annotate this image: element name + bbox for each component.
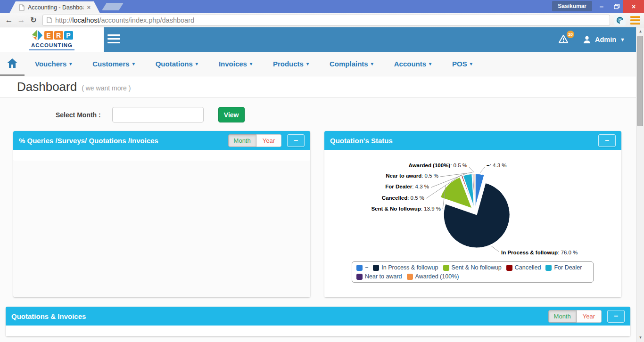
- browser-menu-icon[interactable]: [630, 16, 640, 24]
- nav-item-products[interactable]: Products▾: [266, 52, 316, 76]
- queries-panel-header: % Queries /Surveys/ Quotations /Invoices…: [13, 131, 310, 150]
- chrome-user-badge[interactable]: Sasikumar: [552, 1, 592, 11]
- legend-item-5[interactable]: For Dealer: [545, 264, 582, 271]
- swirl-icon: [616, 16, 624, 24]
- url-host: localhost: [72, 16, 99, 24]
- page-icon: [19, 4, 25, 11]
- page-icon: [47, 17, 52, 23]
- browser-titlebar: Accounting - Dashboard × Sasikumar – ×: [0, 0, 644, 13]
- scroll-up-icon[interactable]: ▲: [636, 28, 644, 35]
- chevron-down-icon: ▾: [196, 61, 198, 66]
- logo-letter-r: R: [54, 31, 63, 40]
- month-button[interactable]: Month: [228, 134, 256, 147]
- reload-icon[interactable]: ↻: [27, 16, 40, 24]
- logo-letter-e: E: [44, 31, 53, 40]
- erp-logo[interactable]: E R P ACCOUNTING: [0, 27, 104, 52]
- pie-data-label: −: 4.3 %: [487, 163, 507, 168]
- legend-label: In Process & followup: [381, 264, 438, 271]
- restore-icon: [614, 4, 620, 9]
- notifications-button[interactable]: 10: [558, 34, 569, 45]
- select-month-input[interactable]: [112, 107, 204, 122]
- url-text: http://localhost/accounts/index.php/dash…: [55, 16, 194, 24]
- pie-data-label: Sent & No followup: 13.9 %: [371, 206, 441, 212]
- view-button[interactable]: View: [218, 107, 245, 122]
- quotation-status-title: Quotation's Status: [330, 137, 598, 145]
- nav-item-label: Customers: [92, 60, 129, 68]
- nav-item-invoices[interactable]: Invoices▾: [212, 52, 259, 76]
- home-icon: [7, 58, 18, 68]
- legend-item-6[interactable]: Near to award: [356, 273, 402, 280]
- chevron-down-icon: ▾: [470, 61, 472, 66]
- nav-item-label: Complaints: [330, 60, 368, 68]
- admin-menu[interactable]: Admin: [595, 36, 616, 43]
- legend-swatch: [407, 274, 413, 280]
- legend-item-7[interactable]: Awarded (100%): [407, 273, 459, 280]
- scroll-down-icon[interactable]: ▼: [636, 334, 644, 341]
- nav-item-complaints[interactable]: Complaints▾: [322, 52, 380, 76]
- address-bar[interactable]: http://localhost/accounts/index.php/dash…: [42, 15, 610, 26]
- window-restore-button[interactable]: [609, 0, 624, 13]
- quotation-status-chart: −In Process & followupSent & No followup…: [324, 150, 621, 297]
- collapse-button[interactable]: −: [607, 310, 625, 323]
- select-month-row: Select Month : View: [56, 107, 636, 122]
- legend-label: Sent & No followup: [452, 264, 502, 271]
- collapse-button[interactable]: −: [598, 134, 616, 147]
- sidebar-toggle-icon[interactable]: [107, 34, 120, 43]
- pie-label-connector: [480, 167, 485, 173]
- month-button[interactable]: Month: [548, 310, 577, 323]
- queries-panel-body: [13, 150, 310, 161]
- year-button[interactable]: Year: [256, 134, 281, 147]
- tab-close-icon[interactable]: ×: [87, 4, 91, 11]
- back-icon[interactable]: ←: [3, 16, 15, 25]
- page-title-strip: Dashboard ( we want more ): [0, 76, 636, 98]
- legend-swatch: [506, 265, 512, 271]
- nav-item-customers[interactable]: Customers▾: [85, 52, 141, 76]
- legend-item-2[interactable]: In Process & followup: [373, 264, 438, 271]
- nav-item-label: POS: [452, 60, 467, 68]
- legend-swatch: [356, 274, 363, 280]
- nav-item-quotations[interactable]: Quotations▾: [149, 52, 205, 76]
- pie-data-label: Cancelled: 0.5 %: [382, 195, 424, 201]
- page-content: Dashboard ( we want more ) Select Month …: [0, 76, 636, 342]
- nav-item-label: Vouchers: [35, 60, 66, 68]
- window-close-button[interactable]: ×: [623, 0, 644, 13]
- window-minimize-button[interactable]: –: [594, 0, 609, 13]
- chevron-down-icon: ▾: [371, 61, 373, 66]
- quotations-invoices-panel: Quotations & Invoices Month Year −: [6, 307, 630, 336]
- logo-subtitle: ACCOUNTING: [29, 42, 74, 50]
- scrollbar-thumb[interactable]: [637, 36, 643, 126]
- chevron-down-icon: ▾: [250, 61, 252, 66]
- new-tab-button[interactable]: [102, 3, 124, 10]
- nav-item-pos[interactable]: POS▾: [445, 52, 479, 76]
- user-icon: [583, 35, 591, 44]
- legend-item-1[interactable]: −: [356, 264, 368, 271]
- nav-item-accounts[interactable]: Accounts▾: [387, 52, 438, 76]
- legend-swatch: [373, 265, 379, 271]
- nav-item-home[interactable]: [0, 52, 25, 76]
- notification-count-badge: 10: [567, 31, 574, 38]
- chevron-down-icon: ▼: [620, 37, 625, 42]
- pie-data-label: Awarded (100%): 0.5 %: [409, 163, 467, 168]
- queries-period-toggle: Month Year: [228, 134, 281, 147]
- nav-item-vouchers[interactable]: Vouchers▾: [28, 52, 79, 76]
- browser-window: Accounting - Dashboard × Sasikumar – × ←…: [0, 0, 644, 342]
- legend-swatch: [545, 265, 552, 271]
- pie-data-label: For Dealer: 4.3 %: [385, 184, 429, 189]
- extension-icon[interactable]: [614, 15, 626, 25]
- chevron-down-icon: ▾: [429, 61, 431, 66]
- legend-item-3[interactable]: Sent & No followup: [443, 264, 502, 271]
- chevron-down-icon: ▾: [306, 61, 309, 66]
- qi-period-toggle: Month Year: [548, 310, 602, 323]
- pie-label-connector: [469, 167, 474, 172]
- legend-label: Cancelled: [515, 264, 541, 271]
- collapse-button[interactable]: −: [287, 134, 305, 147]
- legend-item-4[interactable]: Cancelled: [506, 264, 541, 271]
- queries-panel-title: % Queries /Surveys/ Quotations /Invoices: [19, 137, 228, 145]
- page-scrollbar[interactable]: ▲ ▼: [636, 27, 644, 342]
- legend-swatch: [356, 265, 363, 271]
- forward-icon[interactable]: →: [15, 16, 27, 25]
- legend-label: For Dealer: [554, 264, 582, 271]
- year-button[interactable]: Year: [577, 310, 602, 323]
- browser-tab[interactable]: Accounting - Dashboard ×: [9, 1, 100, 13]
- tab-title: Accounting - Dashboard: [28, 4, 83, 11]
